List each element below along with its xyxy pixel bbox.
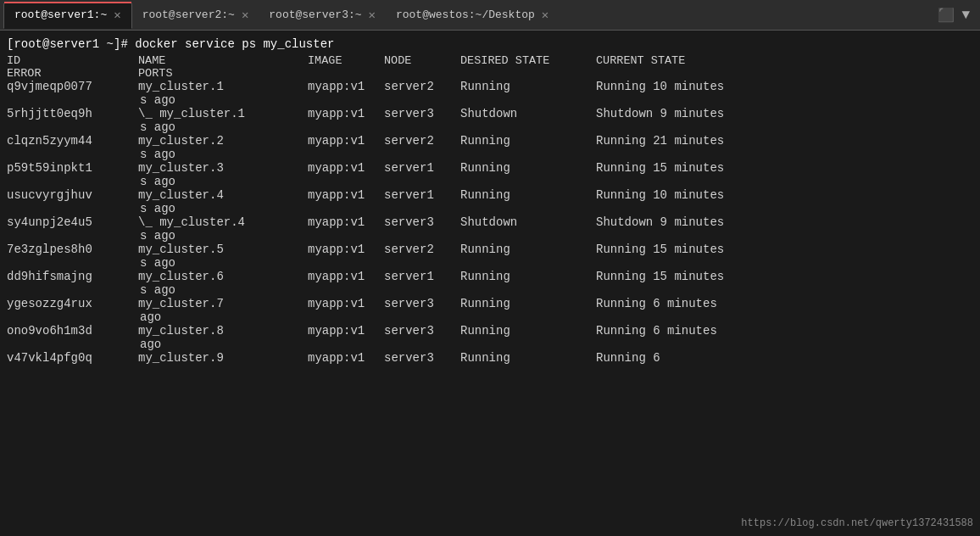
row-4-col-3: server1 [384,188,460,202]
row-9-col-5: Running 6 minutes [596,324,973,338]
row-0-ago: s ago [138,93,973,107]
row-10-col-5: Running 6 [596,351,973,365]
row-9-col-1: my_cluster.8 [138,324,308,338]
row-3-col-5: Running 15 minutes [596,161,973,175]
row-0-col-4: Running [460,80,596,93]
row-9-col-2: myapp:v1 [308,324,384,338]
row-4-line1: usucvyrgjhuvmy_cluster.4myapp:v1server1R… [7,188,973,202]
tab-server2[interactable]: root@server2:~ ✕ [132,2,259,29]
tab-westos-close[interactable]: ✕ [542,8,548,22]
row-10-col-1: my_cluster.9 [138,351,308,365]
row-5-col-2: myapp:v1 [308,215,384,229]
table-row: 5rhjjtt0eq9h\_ my_cluster.1myapp:v1serve… [7,107,973,134]
table-row: q9vjmeqp0077my_cluster.1myapp:v1server2R… [7,80,973,107]
tab-server1[interactable]: root@server1:~ ✕ [3,2,132,29]
tab-server3[interactable]: root@server3:~ ✕ [259,2,386,29]
table-header-row1: ID NAME IMAGE NODE DESIRED STATE CURRENT… [7,54,973,67]
row-2-ago: s ago [138,148,973,161]
row-7-col-5: Running 15 minutes [596,270,973,283]
tab-server1-close[interactable]: ✕ [114,8,120,22]
row-1-col-1: \_ my_cluster.1 [138,107,308,120]
row-8-col-1: my_cluster.7 [138,297,308,310]
row-7-col-3: server1 [384,270,460,283]
row-9-col-0: ono9vo6h1m3d [7,324,138,338]
row-2-col-3: server2 [384,134,460,148]
row-1-col-4: Shutdown [460,107,596,120]
row-7-col-1: my_cluster.6 [138,270,308,283]
row-8-col-3: server3 [384,297,460,310]
row-2-col-1: my_cluster.2 [138,134,308,148]
row-9-col-3: server3 [384,324,460,338]
row-5-col-0: sy4unpj2e4u5 [7,215,138,229]
row-4-line2: s ago [7,202,973,215]
row-1-col-0: 5rhjjtt0eq9h [7,107,138,120]
screen-icon[interactable]: ⬛ [938,7,955,24]
row-6-col-5: Running 15 minutes [596,243,973,256]
table-row: ygesozzg4ruxmy_cluster.7myapp:v1server3R… [7,297,973,324]
row-1-col-5: Shutdown 9 minutes [596,107,973,120]
row-6-line1: 7e3zglpes8h0my_cluster.5myapp:v1server2R… [7,243,973,256]
row-9-ago: ago [138,338,973,351]
row-2-col-4: Running [460,134,596,148]
row-3-col-1: my_cluster.3 [138,161,308,175]
row-0-col-2: myapp:v1 [308,80,384,93]
tab-server3-close[interactable]: ✕ [369,8,376,22]
col-error: ERROR [7,67,138,80]
rows-container: q9vjmeqp0077my_cluster.1myapp:v1server2R… [7,80,973,365]
row-4-col-5: Running 10 minutes [596,188,973,202]
row-10-col-2: myapp:v1 [308,351,384,365]
row-7-ago: s ago [138,283,973,297]
col-desired: DESIRED STATE [460,54,596,67]
row-3-line2: s ago [7,175,973,188]
table-row: p59t59inpkt1my_cluster.3myapp:v1server1R… [7,161,973,188]
row-6-ago: s ago [138,256,973,270]
row-8-col-2: myapp:v1 [308,297,384,310]
row-8-line2: ago [7,310,973,324]
table-header-row2: ERROR PORTS [7,67,973,80]
row-0-col-0: q9vjmeqp0077 [7,80,138,93]
row-8-col-4: Running [460,297,596,310]
row-10-col-3: server3 [384,351,460,365]
row-3-col-0: p59t59inpkt1 [7,161,138,175]
row-7-line1: dd9hifsmajngmy_cluster.6myapp:v1server1R… [7,270,973,283]
row-0-line2: s ago [7,93,973,107]
row-2-col-2: myapp:v1 [308,134,384,148]
row-8-line1: ygesozzg4ruxmy_cluster.7myapp:v1server3R… [7,297,973,310]
row-9-col-4: Running [460,324,596,338]
row-2-col-0: clqzn5zyym44 [7,134,138,148]
table-row: dd9hifsmajngmy_cluster.6myapp:v1server1R… [7,270,973,297]
row-7-col-0: dd9hifsmajng [7,270,138,283]
row-4-ago: s ago [138,202,973,215]
tab-server2-label: root@server2:~ [142,8,235,21]
tab-westos[interactable]: root@westos:~/Desktop ✕ [386,2,559,29]
tab-server2-close[interactable]: ✕ [242,8,248,22]
chevron-down-icon[interactable]: ▼ [961,8,970,23]
row-10-line1: v47vkl4pfg0qmy_cluster.9myapp:v1server3R… [7,351,973,365]
row-7-line2: s ago [7,283,973,297]
row-2-col-5: Running 21 minutes [596,134,973,148]
col-id: ID [7,54,138,67]
row-0-col-5: Running 10 minutes [596,80,973,93]
row-6-col-0: 7e3zglpes8h0 [7,243,138,256]
row-5-col-4: Shutdown [460,215,596,229]
row-9-line1: ono9vo6h1m3dmy_cluster.8myapp:v1server3R… [7,324,973,338]
row-5-col-1: \_ my_cluster.4 [138,215,308,229]
row-3-col-2: myapp:v1 [308,161,384,175]
row-8-col-5: Running 6 minutes [596,297,973,310]
row-9-line2: ago [7,338,973,351]
table-row: 7e3zglpes8h0my_cluster.5myapp:v1server2R… [7,243,973,270]
row-1-line2: s ago [7,120,973,134]
row-10-col-0: v47vkl4pfg0q [7,351,138,365]
table-row: usucvyrgjhuvmy_cluster.4myapp:v1server1R… [7,188,973,215]
col-node: NODE [384,54,460,67]
row-4-col-1: my_cluster.4 [138,188,308,202]
row-0-col-1: my_cluster.1 [138,80,308,93]
command-line: [root@server1 ~]# docker service ps my_c… [7,37,973,51]
row-7-col-2: myapp:v1 [308,270,384,283]
row-4-col-2: myapp:v1 [308,188,384,202]
row-6-col-3: server2 [384,243,460,256]
row-2-line1: clqzn5zyym44my_cluster.2myapp:v1server2R… [7,134,973,148]
tab-server1-label: root@server1:~ [14,8,107,21]
row-3-ago: s ago [138,175,973,188]
tab-icon-area: ⬛ ▼ [938,7,977,24]
